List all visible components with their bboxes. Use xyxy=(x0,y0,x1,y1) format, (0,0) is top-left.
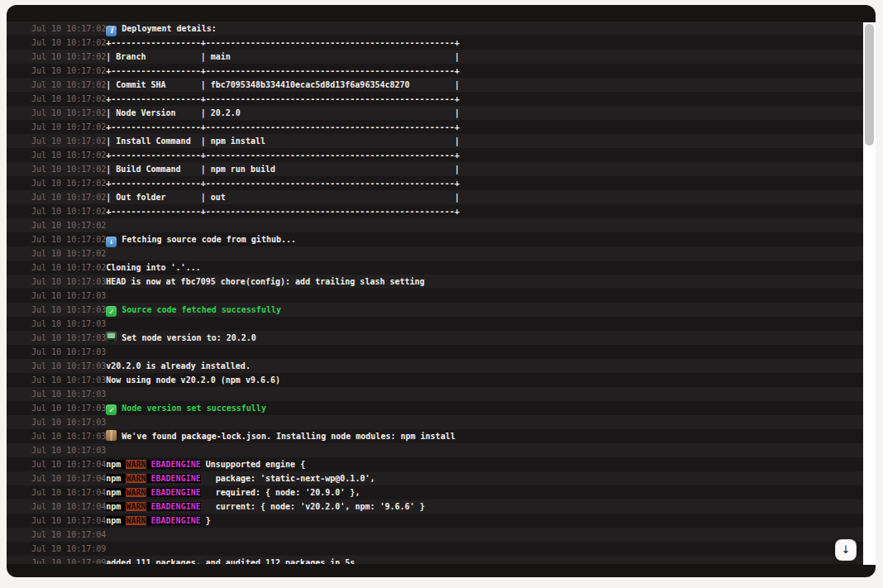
log-timestamp: Jul 10 10:17:03 xyxy=(7,415,106,429)
log-line: Jul 10 10:17:02 xyxy=(7,218,863,232)
log-line: Jul 10 10:17:02| Build Command | npm run… xyxy=(7,162,863,176)
log-message: | Branch | main | xyxy=(106,50,459,64)
warn-code-label: EBADENGINE xyxy=(146,502,201,511)
npm-warn-prefix: npm WARN EBADENGINE xyxy=(106,488,200,497)
log-line: Jul 10 10:17:03✓Source code fetched succ… xyxy=(7,303,863,317)
log-text: +------------------+--------------------… xyxy=(106,179,459,188)
package-icon xyxy=(106,430,117,441)
log-text: Deployment details: xyxy=(122,24,216,33)
npm-label: npm xyxy=(106,516,126,525)
log-timestamp: Jul 10 10:17:02 xyxy=(7,36,106,50)
scroll-to-bottom-button[interactable]: ↓ xyxy=(835,539,857,561)
log-line: Jul 10 10:17:03 xyxy=(7,415,863,429)
log-text: | Install Command | npm install | xyxy=(106,136,459,146)
log-timestamp: Jul 10 10:17:03 xyxy=(7,303,106,317)
log-text: +------------------+--------------------… xyxy=(106,207,459,216)
log-timestamp: Jul 10 10:17:02 xyxy=(7,22,106,36)
log-message: Set node version to: 20.2.0 xyxy=(106,331,256,345)
log-timestamp: Jul 10 10:17:03 xyxy=(7,373,106,387)
log-message: added 111 packages, and audited 112 pack… xyxy=(106,556,355,564)
log-line: Jul 10 10:17:03 xyxy=(7,289,863,303)
log-timestamp: Jul 10 10:17:03 xyxy=(7,275,106,289)
log-timestamp: Jul 10 10:17:03 xyxy=(7,429,106,443)
log-text: +------------------+--------------------… xyxy=(106,66,459,75)
log-line: Jul 10 10:17:03HEAD is now at fbc7095 ch… xyxy=(7,275,863,289)
log-message: +------------------+--------------------… xyxy=(106,36,459,50)
check-icon: ✓ xyxy=(106,306,117,317)
log-message: npm WARN EBADENGINE package: 'static-nex… xyxy=(106,471,375,485)
log-timestamp: Jul 10 10:17:04 xyxy=(7,485,106,500)
log-text: v20.2.0 is already installed. xyxy=(106,361,251,370)
warn-code-label: EBADENGINE xyxy=(146,516,201,525)
log-text: required: { node: '20.9.0' }, xyxy=(206,488,360,497)
log-timestamp: Jul 10 10:17:03 xyxy=(7,317,106,331)
log-line: Jul 10 10:17:04npm WARN EBADENGINE Unsup… xyxy=(7,457,863,471)
log-timestamp: Jul 10 10:17:02 xyxy=(7,218,106,232)
warn-badge: WARN xyxy=(126,488,146,497)
log-timestamp: Jul 10 10:17:04 xyxy=(7,500,106,514)
log-line: Jul 10 10:17:04npm WARN EBADENGINE } xyxy=(7,514,863,528)
log-line: Jul 10 10:17:03✓Node version set success… xyxy=(7,401,863,415)
npm-warn-prefix: npm WARN EBADENGINE xyxy=(106,460,200,469)
log-line: Jul 10 10:17:02+------------------+-----… xyxy=(7,176,863,190)
log-line: Jul 10 10:17:02| Commit SHA | fbc7095348… xyxy=(7,78,863,92)
warn-code-label: EBADENGINE xyxy=(146,460,201,469)
log-text: +------------------+--------------------… xyxy=(106,122,459,131)
npm-label: npm xyxy=(106,460,126,469)
log-line: Jul 10 10:17:04npm WARN EBADENGINE requi… xyxy=(7,485,863,500)
warn-code-label: EBADENGINE xyxy=(146,488,201,497)
scrollbar-thumb[interactable] xyxy=(865,24,874,146)
log-message: iDeployment details: xyxy=(106,22,216,36)
npm-warn-prefix: npm WARN EBADENGINE xyxy=(106,502,200,511)
log-text: Node version set successfully xyxy=(122,404,266,413)
log-timestamp: Jul 10 10:17:02 xyxy=(7,120,106,134)
log-message: +------------------+--------------------… xyxy=(106,204,459,218)
log-timestamp: Jul 10 10:17:02 xyxy=(7,190,106,204)
log-timestamp: Jul 10 10:17:03 xyxy=(7,387,106,401)
log-text: Cloning into '.'... xyxy=(106,263,200,272)
log-line: Jul 10 10:17:04 xyxy=(7,528,863,542)
scrollbar-track[interactable] xyxy=(863,22,876,565)
log-line: Jul 10 10:17:02 xyxy=(7,246,863,261)
log-line: Jul 10 10:17:02+------------------+-----… xyxy=(7,148,863,162)
log-line: Jul 10 10:17:03Set node version to: 20.2… xyxy=(7,331,863,345)
log-text: added 111 packages, and audited 112 pack… xyxy=(106,558,355,564)
log-message: npm WARN EBADENGINE } xyxy=(106,514,210,528)
npm-label: npm xyxy=(106,488,126,497)
log-line: Jul 10 10:17:03v20.2.0 is already instal… xyxy=(7,359,863,373)
log-line: Jul 10 10:17:02↓Fetching source code fro… xyxy=(7,232,863,246)
log-message: +------------------+--------------------… xyxy=(106,64,459,78)
log-line: Jul 10 10:17:03Now using node v20.2.0 (n… xyxy=(7,373,863,387)
log-message: +------------------+--------------------… xyxy=(106,176,459,190)
log-line: Jul 10 10:17:03 xyxy=(7,345,863,359)
log-text: +------------------+--------------------… xyxy=(106,94,459,103)
log-text: current: { node: 'v20.2.0', npm: '9.6.6'… xyxy=(206,502,425,511)
page-background: { "colors": { "page_bg": "#f6f4f1", "pan… xyxy=(0,0,883,588)
log-line: Jul 10 10:17:02+------------------+-----… xyxy=(7,36,863,50)
info-icon: i xyxy=(106,26,117,36)
log-timestamp: Jul 10 10:17:03 xyxy=(7,443,106,457)
log-timestamp: Jul 10 10:17:02 xyxy=(7,106,106,120)
log-timestamp: Jul 10 10:17:09 xyxy=(7,542,106,556)
log-text: | Out folder | out | xyxy=(106,193,459,202)
log-text: Now using node v20.2.0 (npm v9.6.6) xyxy=(106,375,280,385)
log-line: Jul 10 10:17:02| Branch | main | xyxy=(7,50,863,64)
log-line: Jul 10 10:17:02| Node Version | 20.2.0 | xyxy=(7,106,863,120)
log-message: Now using node v20.2.0 (npm v9.6.6) xyxy=(106,373,280,387)
log-message: +------------------+--------------------… xyxy=(106,148,459,162)
log-message: npm WARN EBADENGINE current: { node: 'v2… xyxy=(106,500,424,514)
log-line: Jul 10 10:17:02+------------------+-----… xyxy=(7,64,863,78)
log-viewport[interactable]: Jul 10 10:17:02iDeployment details:Jul 1… xyxy=(7,22,863,564)
warn-badge: WARN xyxy=(126,474,146,483)
scroll-down-icon: ↓ xyxy=(842,543,851,556)
log-message: npm WARN EBADENGINE Unsupported engine { xyxy=(106,457,305,471)
log-timestamp: Jul 10 10:17:03 xyxy=(7,359,106,373)
computer-icon xyxy=(106,332,117,342)
log-line: Jul 10 10:17:02| Install Command | npm i… xyxy=(7,134,863,148)
log-message: npm WARN EBADENGINE required: { node: '2… xyxy=(106,485,360,500)
log-timestamp: Jul 10 10:17:03 xyxy=(7,345,106,359)
log-timestamp: Jul 10 10:17:03 xyxy=(7,331,106,345)
npm-label: npm xyxy=(106,474,126,483)
log-message: Cloning into '.'... xyxy=(106,261,200,275)
log-timestamp: Jul 10 10:17:02 xyxy=(7,148,106,162)
